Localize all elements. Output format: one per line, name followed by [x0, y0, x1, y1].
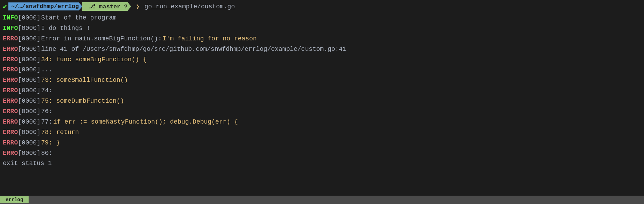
message: 79: } [41, 138, 60, 148]
timestamp: [0000] [18, 86, 40, 96]
branch-segment: ⎇ master ? [82, 2, 131, 11]
message-plain: Error in main.someBigFunction(): [41, 34, 162, 44]
message: 34: func someBigFunction() { [41, 55, 147, 65]
timestamp: [0000] [18, 96, 40, 106]
message: 74: [41, 86, 52, 96]
tag-info: INFO [3, 13, 18, 23]
message-highlight: if err := someNastyFunction(); debug.Deb… [53, 117, 238, 127]
tag-erro: ERRO [3, 55, 18, 65]
timestamp: [0000] [18, 65, 40, 75]
timestamp: [0000] [18, 45, 40, 54]
path-segment: ~/…/snwfdhmp/errlog [8, 2, 82, 10]
output-line-13: ERRO [0000] 79: } [0, 138, 644, 148]
output-line-7: ERRO [0000] 73: someSmallFunction() [0, 75, 644, 86]
message: line 41 of /Users/snwfdhmp/go/src/github… [41, 45, 346, 54]
timestamp: [0000] [18, 76, 40, 85]
terminal: ✔ ~/…/snwfdhmp/errlog ⎇ master ? ❯ go ru… [0, 0, 644, 204]
bottom-bar: errlog [0, 196, 644, 204]
timestamp: [0000] [18, 55, 40, 65]
exit-message: exit status 1 [3, 160, 52, 167]
prompt-arrow-end: ❯ [131, 2, 141, 11]
message: 76: [41, 107, 52, 117]
output-line-9: ERRO [0000] 75: someDumbFunction() [0, 96, 644, 107]
bottom-tab[interactable]: errlog [0, 196, 29, 203]
tag-erro: ERRO [3, 76, 18, 85]
output-line-14: ERRO [0000] 80: [0, 148, 644, 159]
output-line-4: ERRO [0000] line 41 of /Users/snwfdhmp/g… [0, 44, 644, 55]
branch-name: master ? [99, 3, 128, 10]
output-line-8: ERRO [0000] 74: [0, 86, 644, 96]
tag-erro: ERRO [3, 128, 18, 138]
message: 75: someDumbFunction() [41, 96, 124, 106]
check-icon: ✔ [3, 2, 7, 11]
output-line-5: ERRO [0000] 34: func someBigFunction() { [0, 55, 644, 65]
output-line-11: ERRO [0000] 77: if err := someNastyFunct… [0, 117, 644, 127]
timestamp: [0000] [18, 149, 40, 158]
timestamp: [0000] [18, 107, 40, 117]
timestamp: [0000] [18, 117, 40, 127]
message: ... [41, 65, 52, 75]
tag-info: INFO [3, 24, 18, 33]
exit-line: exit status 1 [0, 158, 644, 168]
message: Start of the program [41, 13, 117, 23]
message-plain: 77: [41, 117, 52, 127]
timestamp: [0000] [18, 13, 40, 23]
output-line-1: INFO [0000] Start of the program [0, 13, 644, 23]
message: I do things ! [41, 24, 90, 33]
message: 80: [41, 149, 52, 158]
tag-erro: ERRO [3, 45, 18, 54]
tag-erro: ERRO [3, 149, 18, 158]
prompt-line[interactable]: ✔ ~/…/snwfdhmp/errlog ⎇ master ? ❯ go ru… [0, 0, 644, 13]
tag-erro: ERRO [3, 34, 18, 44]
tag-erro: ERRO [3, 96, 18, 106]
timestamp: [0000] [18, 138, 40, 148]
timestamp: [0000] [18, 128, 40, 138]
output-line-6: ERRO [0000] ... [0, 65, 644, 75]
output-line-3: ERRO [0000] Error in main.someBigFunctio… [0, 34, 644, 44]
message-highlight: I'm failing for no reason [163, 34, 257, 44]
output-line-10: ERRO [0000] 76: [0, 107, 644, 117]
output-line-2: INFO [0000] I do things ! [0, 23, 644, 34]
timestamp: [0000] [18, 24, 40, 33]
message: 78: return [41, 128, 79, 138]
output-line-12: ERRO [0000] 78: return [0, 127, 644, 138]
branch-icon: ⎇ [89, 3, 96, 10]
tag-erro: ERRO [3, 138, 18, 148]
message: 73: someSmallFunction() [41, 76, 128, 85]
tag-erro: ERRO [3, 117, 18, 127]
tag-erro: ERRO [3, 107, 18, 117]
timestamp: [0000] [18, 34, 40, 44]
command-text: go run example/custom.go [144, 3, 235, 10]
tag-erro: ERRO [3, 86, 18, 96]
tag-erro: ERRO [3, 65, 18, 75]
prompt-command: go run example/custom.go [144, 3, 235, 10]
